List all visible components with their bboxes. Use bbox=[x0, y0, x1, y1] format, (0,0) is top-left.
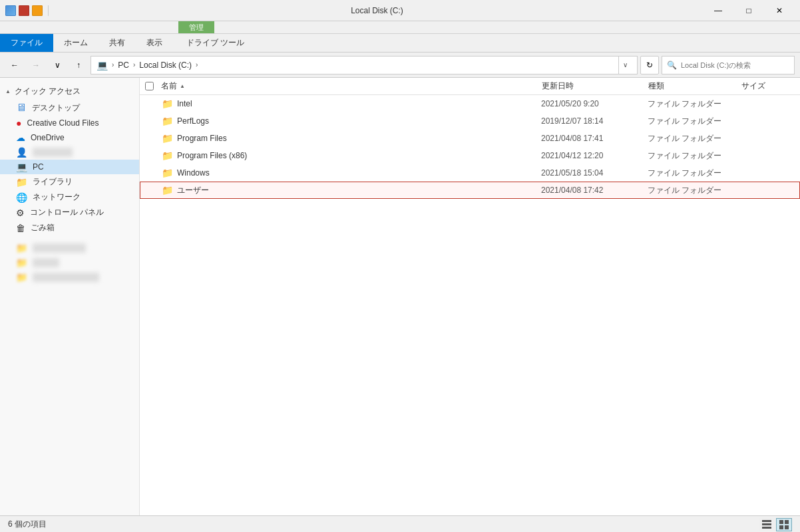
folder-icon-users: 📁 bbox=[162, 185, 173, 196]
title-divider bbox=[48, 5, 49, 16]
header-type[interactable]: 種類 bbox=[648, 80, 741, 92]
sidebar-item-control-panel[interactable]: ⚙ コントロール パネル bbox=[0, 205, 139, 220]
svg-rect-3 bbox=[779, 520, 783, 524]
file-row-intel[interactable]: 📁 Intel 2021/05/20 9:20 ファイル フォルダー bbox=[140, 95, 800, 112]
blurred-icon-3: 📁 bbox=[16, 272, 27, 283]
blurred-icon-1: 📁 bbox=[16, 243, 27, 253]
svg-rect-5 bbox=[779, 525, 783, 529]
file-type-intel: ファイル フォルダー bbox=[648, 98, 741, 110]
file-type-perflogs: ファイル フォルダー bbox=[648, 116, 741, 127]
address-disk: Local Disk (C:) bbox=[139, 61, 192, 70]
sidebar-item-onedrive[interactable]: ☁ OneDrive bbox=[0, 130, 139, 145]
blurred-label-3: ■■■■■■■■ bbox=[33, 273, 99, 282]
search-input[interactable] bbox=[681, 61, 794, 69]
header-name[interactable]: 名前 ▲ bbox=[161, 80, 542, 92]
file-type-windows: ファイル フォルダー bbox=[648, 168, 741, 179]
folder-icon-perflogs: 📁 bbox=[162, 116, 173, 126]
sidebar-onedrive-label: OneDrive bbox=[31, 133, 65, 142]
app-icon-1 bbox=[5, 5, 16, 16]
sidebar-network-label: ネットワーク bbox=[33, 192, 81, 203]
sidebar-item-network[interactable]: 🌐 ネットワーク bbox=[0, 190, 139, 205]
file-row-users[interactable]: 📁 ユーザー 2021/04/08 17:42 ファイル フォルダー bbox=[140, 182, 800, 199]
address-bar: ← → ∨ ↑ 💻 › PC › Local Disk (C:) › ∨ ↻ 🔍 bbox=[0, 53, 800, 78]
window-controls: — □ ✕ bbox=[703, 0, 795, 21]
svg-rect-2 bbox=[762, 527, 771, 529]
file-date-intel: 2021/05/20 9:20 bbox=[541, 99, 648, 108]
file-row-windows[interactable]: 📁 Windows 2021/05/18 15:04 ファイル フォルダー bbox=[140, 164, 800, 182]
svg-rect-0 bbox=[762, 520, 771, 522]
desktop-icon: 🖥 bbox=[16, 102, 27, 114]
sidebar: ▲ クイック アクセス 🖥 デスクトップ ● Creative Cloud Fi… bbox=[0, 78, 140, 515]
header-date[interactable]: 更新日時 bbox=[542, 80, 648, 92]
library-icon: 📁 bbox=[16, 177, 27, 188]
quick-access-header[interactable]: ▲ クイック アクセス bbox=[0, 83, 139, 100]
list-view-icon bbox=[762, 520, 771, 529]
onedrive-icon: ☁ bbox=[16, 132, 25, 143]
sidebar-cc-label: Creative Cloud Files bbox=[27, 118, 99, 128]
back-button[interactable]: ← bbox=[5, 56, 24, 74]
quick-access-chevron: ▲ bbox=[5, 88, 11, 94]
tab-file[interactable]: ファイル bbox=[0, 34, 53, 52]
up-button[interactable]: ↑ bbox=[69, 56, 88, 74]
details-view-icon bbox=[779, 520, 789, 529]
sidebar-item-blurred-3[interactable]: 📁 ■■■■■■■■ bbox=[0, 270, 139, 285]
file-type-users: ファイル フォルダー bbox=[648, 185, 741, 196]
select-all-checkbox[interactable] bbox=[145, 82, 154, 90]
blurred-icon-2: 📁 bbox=[16, 257, 27, 268]
address-chevron[interactable]: ∨ bbox=[618, 56, 632, 74]
content-area: 名前 ▲ 更新日時 種類 サイズ 📁 Intel 2021/05/ bbox=[140, 78, 800, 515]
column-headers: 名前 ▲ 更新日時 種類 サイズ bbox=[140, 78, 800, 95]
forward-button[interactable]: → bbox=[27, 56, 45, 74]
tab-view[interactable]: 表示 bbox=[136, 34, 173, 52]
sidebar-desktop-label: デスクトップ bbox=[32, 102, 80, 114]
sidebar-item-desktop[interactable]: 🖥 デスクトップ bbox=[0, 100, 139, 116]
address-input[interactable]: 💻 › PC › Local Disk (C:) › ∨ bbox=[91, 56, 638, 74]
sidebar-item-library[interactable]: 📁 ライブラリ bbox=[0, 174, 139, 190]
search-box[interactable]: 🔍 bbox=[662, 56, 795, 74]
sidebar-item-user[interactable]: 👤 ■■■■ bbox=[0, 145, 139, 160]
tab-share[interactable]: 共有 bbox=[99, 34, 136, 52]
dropdown-button[interactable]: ∨ bbox=[48, 56, 67, 74]
minimize-button[interactable]: — bbox=[703, 0, 733, 21]
status-bar: 6 個の項目 bbox=[0, 515, 800, 532]
folder-icon-intel: 📁 bbox=[162, 98, 173, 109]
title-bar: Local Disk (C:) — □ ✕ bbox=[0, 0, 800, 21]
blurred-label-1: ■■■■■■■ bbox=[33, 243, 86, 253]
user-icon: 👤 bbox=[16, 147, 27, 158]
file-date-perflogs: 2019/12/07 18:14 bbox=[541, 116, 648, 126]
manage-tab-badge[interactable]: 管理 bbox=[178, 21, 214, 33]
file-type-pf86: ファイル フォルダー bbox=[648, 150, 741, 162]
sidebar-item-blurred-1[interactable]: 📁 ■■■■■■■ bbox=[0, 241, 139, 255]
control-panel-icon: ⚙ bbox=[16, 207, 25, 218]
sidebar-trash-label: ごみ箱 bbox=[31, 222, 55, 233]
sidebar-control-label: コントロール パネル bbox=[30, 207, 104, 218]
file-date-pf: 2021/04/08 17:41 bbox=[541, 134, 648, 143]
maximize-button[interactable]: □ bbox=[733, 0, 764, 21]
list-view-button[interactable] bbox=[759, 518, 775, 531]
cc-icon: ● bbox=[16, 118, 21, 128]
sidebar-item-pc[interactable]: 💻 PC bbox=[0, 160, 139, 174]
tab-home[interactable]: ホーム bbox=[53, 34, 99, 52]
header-size[interactable]: サイズ bbox=[741, 80, 795, 92]
refresh-button[interactable]: ↻ bbox=[640, 56, 659, 74]
sidebar-item-blurred-2[interactable]: 📁 ■■■ bbox=[0, 255, 139, 270]
svg-rect-4 bbox=[785, 520, 789, 524]
file-row-program-files[interactable]: 📁 Program Files 2021/04/08 17:41 ファイル フォ… bbox=[140, 130, 800, 147]
svg-rect-1 bbox=[762, 523, 771, 525]
sidebar-item-cc[interactable]: ● Creative Cloud Files bbox=[0, 116, 139, 130]
close-button[interactable]: ✕ bbox=[764, 0, 795, 21]
app-icon-2 bbox=[19, 5, 29, 16]
details-view-button[interactable] bbox=[776, 518, 792, 531]
file-row-perflogs[interactable]: 📁 PerfLogs 2019/12/07 18:14 ファイル フォルダー bbox=[140, 112, 800, 130]
main-layout: ▲ クイック アクセス 🖥 デスクトップ ● Creative Cloud Fi… bbox=[0, 78, 800, 515]
view-toggle bbox=[759, 518, 792, 531]
file-list: 📁 Intel 2021/05/20 9:20 ファイル フォルダー 📁 Per… bbox=[140, 95, 800, 515]
ribbon-top-row: 管理 bbox=[0, 21, 800, 33]
sidebar-item-trash[interactable]: 🗑 ごみ箱 bbox=[0, 220, 139, 235]
header-checkbox[interactable] bbox=[145, 82, 161, 90]
tab-drive-tools[interactable]: ドライブ ツール bbox=[176, 34, 255, 52]
ribbon-bottom-row: ファイル ホーム 共有 表示 ドライブ ツール bbox=[0, 33, 800, 52]
file-row-program-files-x86[interactable]: 📁 Program Files (x86) 2021/04/12 12:20 フ… bbox=[140, 147, 800, 164]
file-name-intel: Intel bbox=[177, 99, 192, 108]
folder-icon-windows: 📁 bbox=[162, 168, 173, 178]
